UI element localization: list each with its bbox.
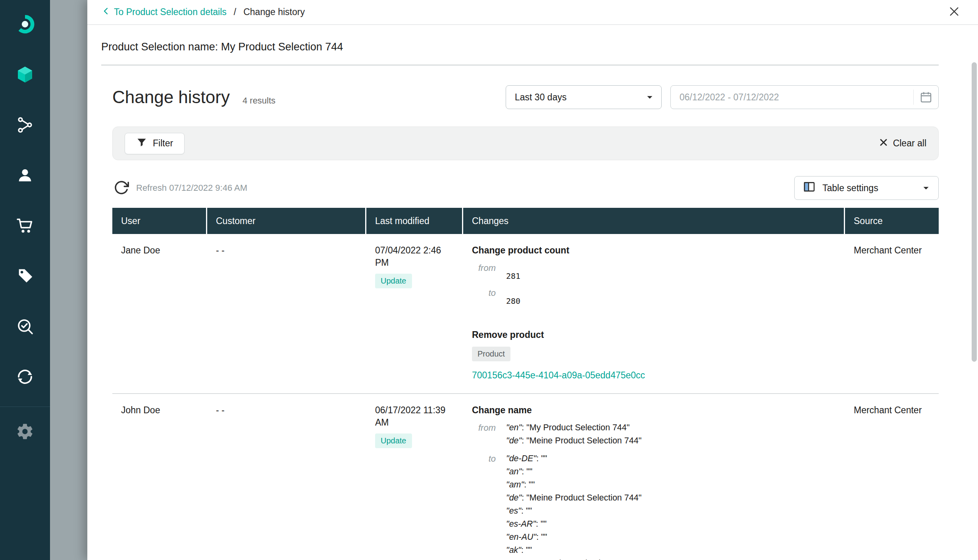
clear-all-label: Clear all (893, 138, 926, 149)
cell-source: Merchant Center (845, 234, 939, 393)
to-label: to (472, 452, 496, 560)
cube-icon (15, 65, 35, 86)
cell-user: Jane Doe (112, 234, 207, 393)
clear-all-button[interactable]: Clear all (879, 138, 926, 150)
locale-value-line: "de": "Meine Product Selection 744" (506, 434, 641, 447)
locale-key: "en" (506, 558, 522, 560)
product-id-link[interactable]: 700156c3-445e-4104-a09a-05edd475e0cc (472, 369, 645, 382)
column-header-last-modified[interactable]: Last modified (366, 208, 463, 234)
sidebar-item-settings[interactable] (0, 407, 50, 457)
product-badge: Product (472, 347, 510, 361)
locale-key: "ak" (506, 545, 521, 555)
calendar-icon (913, 90, 933, 105)
sidebar-item-flow[interactable] (0, 100, 50, 151)
person-icon (16, 166, 34, 186)
locale-value-line: "en-AU": "" (506, 531, 641, 544)
app-sidebar (0, 0, 50, 560)
table-columns-icon (803, 180, 816, 196)
change-block: Change namefrom"en": "My Product Selecti… (472, 404, 836, 560)
locale-key: "de" (506, 493, 522, 502)
table-row: John Doe - - 06/17/2022 11:39 AM Update … (112, 394, 939, 560)
change-history-modal: To Product Selection details / Change hi… (87, 0, 978, 560)
change-from-row: from281 (472, 261, 836, 282)
locale-value: "" (541, 454, 547, 463)
breadcrumb: To Product Selection details / Change hi… (87, 0, 978, 25)
filter-button-label: Filter (153, 138, 173, 149)
date-preset-select[interactable]: Last 30 days (506, 85, 662, 109)
locale-value: "Meine Product Selection 744" (526, 493, 641, 502)
sidebar-item-home[interactable] (0, 0, 50, 50)
change-title: Change product count (472, 244, 836, 257)
column-header-user[interactable]: User (112, 208, 207, 234)
column-header-customer[interactable]: Customer (207, 208, 366, 234)
sidebar-item-orders[interactable] (0, 201, 50, 251)
locale-value-line: "de-DE": "" (506, 452, 641, 465)
mono-value: 281 (506, 261, 520, 282)
scrollbar-thumb[interactable] (972, 62, 977, 362)
cell-last-modified: 07/04/2022 2:46 PM Update (366, 234, 463, 393)
cell-source: Merchant Center (845, 394, 939, 560)
date-preset-value: Last 30 days (515, 92, 566, 103)
filter-button[interactable]: Filter (125, 133, 185, 154)
results-count: 4 results (243, 96, 275, 109)
change-from-content: 281 (506, 261, 520, 282)
page-title: Change history (112, 87, 230, 107)
breadcrumb-separator: / (234, 7, 236, 17)
locale-value: "My Product Selection 744" (526, 423, 630, 432)
from-label: from (472, 261, 496, 282)
update-badge: Update (375, 433, 412, 448)
funnel-icon (136, 137, 147, 150)
cell-changes: Change product countfrom281to280Remove p… (463, 234, 845, 393)
cell-user: John Doe (112, 394, 207, 560)
breadcrumb-back-label: To Product Selection details (114, 7, 227, 17)
sidebar-item-sync[interactable] (0, 352, 50, 403)
close-button[interactable] (948, 5, 961, 19)
sync-icon (15, 367, 35, 388)
breadcrumb-back-link[interactable]: To Product Selection details (101, 6, 227, 18)
chevron-down-icon (921, 183, 931, 193)
chevron-left-icon (101, 6, 111, 18)
breadcrumb-current: Change history (243, 7, 305, 17)
cell-customer: - - (207, 234, 366, 393)
locale-key: "en-AU" (506, 532, 536, 542)
date-controls: Last 30 days 06/12/2022 - 07/12/2022 (506, 85, 939, 109)
locale-value: "" (526, 545, 532, 555)
change-history-table: User Customer Last modified Changes Sour… (112, 208, 939, 560)
locale-value-line: "an": "" (506, 465, 641, 478)
table-settings-button[interactable]: Table settings (794, 176, 939, 200)
table-row: Jane Doe - - 07/04/2022 2:46 PM Update C… (112, 234, 939, 394)
change-from-content: "en": "My Product Selection 744""de": "M… (506, 421, 641, 447)
product-link-row: 700156c3-445e-4104-a09a-05edd475e0cc (472, 361, 836, 382)
locale-key: "es-AR" (506, 519, 536, 529)
locale-value: "" (526, 467, 532, 476)
title-row: Change history 4 results Last 30 days 06… (112, 85, 939, 109)
locale-value: "" (529, 480, 535, 489)
locale-value: "" (541, 532, 547, 542)
sidebar-item-discounts[interactable] (0, 251, 50, 302)
date-range-value: 06/12/2022 - 07/12/2022 (680, 92, 779, 103)
mono-value: 280 (506, 286, 520, 307)
sidebar-item-customers[interactable] (0, 151, 50, 201)
table-settings-label: Table settings (822, 183, 878, 194)
cell-customer: - - (207, 394, 366, 560)
locale-value-line: "es-AR": "" (506, 518, 641, 531)
table-body: Jane Doe - - 07/04/2022 2:46 PM Update C… (112, 234, 939, 560)
column-header-source[interactable]: Source (845, 208, 939, 234)
change-to-content: "de-DE": """an": """am": """de": "Meine … (506, 452, 641, 560)
date-range-input[interactable]: 06/12/2022 - 07/12/2022 (670, 85, 939, 109)
from-label: from (472, 421, 496, 447)
clear-x-icon (879, 138, 888, 150)
flow-icon (16, 116, 34, 136)
refresh-row: Refresh 07/12/2022 9:46 AM Table setting… (112, 176, 939, 200)
sidebar-item-audit[interactable] (0, 302, 50, 352)
chevron-down-icon (645, 92, 655, 102)
change-block: Change product countfrom281to280 (472, 244, 836, 307)
locale-value: "Meine Product Selection 744" (526, 436, 641, 445)
sidebar-item-products[interactable] (0, 50, 50, 100)
column-header-changes[interactable]: Changes (463, 208, 845, 234)
locale-key: "de-DE" (506, 454, 536, 463)
product-badge-row: Product (472, 341, 836, 361)
last-modified-date: 06/17/2022 11:39 AM (375, 404, 454, 429)
modal-backdrop (50, 0, 87, 560)
refresh-button[interactable] (112, 179, 131, 197)
